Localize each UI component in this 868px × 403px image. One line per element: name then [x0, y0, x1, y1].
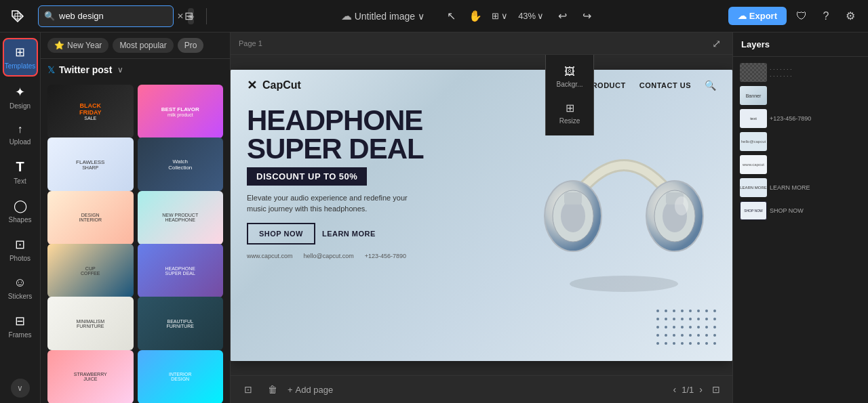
filter-button[interactable]: ⊟ — [179, 7, 198, 26]
canvas-toolbar: Page 1 ⤢ — [231, 33, 732, 55]
shield-icon[interactable]: 🛡 — [792, 7, 811, 26]
template-item[interactable]: BEST FLAVOR milk product — [138, 85, 224, 138]
help-icon[interactable]: ? — [816, 7, 835, 26]
layer-thumb: Banner — [740, 86, 767, 105]
banner-left: HEADPHONE SUPER DEAL DISCOUNT UP TO 50% … — [247, 106, 716, 259]
template-item[interactable]: HEADPHONESUPER DEAL — [138, 244, 224, 297]
app-logo[interactable] — [8, 7, 27, 26]
filter-tabs: ⭐ New Year → Most popular Pro — [41, 33, 230, 59]
settings-icon[interactable]: ⚙ — [841, 7, 860, 26]
resize-panel-item[interactable]: ⊞ Resize — [548, 96, 591, 130]
export-cloud-icon: ☁ — [738, 11, 747, 21]
discount-box: DISCOUNT UP TO 50% — [247, 167, 367, 186]
banner-contact: www.capcut.com hello@capcut.com +123-456… — [247, 253, 716, 259]
stickers-label: Stickers — [8, 293, 33, 300]
shapes-label: Shapes — [9, 216, 32, 224]
sidebar-item-stickers[interactable]: ☺ Stickers — [3, 270, 38, 305]
sidebar-bottom: ∨ — [11, 379, 30, 398]
layer-thumb: SHOP NOW — [740, 201, 767, 220]
template-item[interactable]: BEAUTIFULFURNITURE — [138, 297, 224, 350]
learn-more-button[interactable]: LEARN MORE — [322, 223, 376, 245]
layer-thumb: LEARN MORE — [740, 178, 767, 197]
template-item[interactable]: CUPCOFFEE — [47, 244, 134, 297]
canvas-workspace[interactable]: 🖼 Backgr... ⊞ Resize ✕ CapCut — [231, 55, 732, 375]
sidebar-collapse-button[interactable]: ∨ — [11, 379, 30, 398]
background-panel-item[interactable]: 🖼 Backgr... — [548, 60, 591, 93]
template-item[interactable]: STRAWBERRYJUICE — [47, 350, 134, 403]
zoom-control[interactable]: 43% ∨ — [514, 8, 548, 24]
canvas-expand-button[interactable]: ⤢ — [708, 35, 724, 51]
canvas-trash-button[interactable]: 🗑 — [263, 380, 282, 399]
frame-tool-button[interactable]: ⊞ ∨ — [490, 6, 510, 26]
layer-item[interactable]: SHOP NOW SHOP NOW — [737, 199, 864, 222]
page-prev-button[interactable]: ‹ — [673, 384, 677, 395]
add-page-label: Add page — [296, 385, 334, 395]
shop-now-button[interactable]: SHOP NOW — [247, 223, 315, 245]
sidebar-item-design[interactable]: ✦ Design — [3, 79, 38, 115]
layer-item[interactable]: Banner — [737, 84, 864, 107]
sidebar-item-upload[interactable]: ↑ Upload — [3, 118, 38, 151]
photos-icon: ⊡ — [15, 237, 25, 252]
category-header[interactable]: 𝕏 Twitter post ∨ — [41, 59, 230, 81]
most-popular-label: Most popular — [119, 41, 166, 50]
float-panel: 🖼 Backgr... ⊞ Resize — [545, 55, 594, 135]
canvas-settings-button[interactable]: ⊡ — [239, 380, 258, 399]
select-tool-button[interactable]: ↖ — [441, 6, 461, 26]
fit-to-screen-button[interactable]: ⊡ — [708, 381, 724, 398]
shapes-icon: ◯ — [14, 198, 27, 213]
search-icon: 🔍 — [44, 11, 55, 21]
layers-header: Layers — [733, 33, 868, 57]
resize-icon: ⊞ — [566, 102, 574, 114]
template-item[interactable]: DESIGNINTERIOR — [47, 191, 134, 245]
redo-button[interactable]: ↪ — [576, 6, 597, 26]
frames-icon: ⊟ — [15, 314, 25, 328]
template-item[interactable]: BLACK FRIDAY SALE — [47, 85, 134, 138]
cloud-icon: ☁ — [341, 9, 352, 22]
sidebar-item-text[interactable]: T Text — [3, 154, 38, 190]
canvas-area: Page 1 ⤢ 🖼 Backgr... ⊞ Resize — [231, 33, 732, 403]
layer-thumb: www.capcut — [740, 155, 767, 174]
sidebar-item-frames[interactable]: ⊟ Frames — [3, 308, 38, 344]
nav-contact: CONTACT US — [639, 81, 691, 89]
add-page-button[interactable]: + Add page — [288, 385, 333, 395]
right-panel: Layers · · · · · · ·· · · · · · · Banner… — [732, 33, 868, 403]
layer-thumb — [740, 63, 767, 82]
search-input[interactable] — [59, 11, 173, 21]
template-item[interactable]: NEW PRODUCTHEADPHONE — [138, 191, 224, 245]
filter-tab-pro[interactable]: Pro — [178, 38, 204, 53]
layer-item[interactable]: text +123-456-7890 — [737, 107, 864, 130]
add-icon: + — [288, 385, 293, 395]
hand-tool-button[interactable]: ✋ — [465, 6, 486, 26]
template-item[interactable]: INTERIORDESIGN — [138, 350, 224, 403]
upload-icon: ↑ — [18, 123, 23, 135]
layer-item[interactable]: · · · · · · ·· · · · · · · — [737, 61, 864, 84]
sidebar-item-photos[interactable]: ⊡ Photos — [3, 232, 38, 268]
nav-search-icon: 🔍 — [705, 80, 716, 91]
new-year-star-icon: ⭐ — [54, 41, 64, 50]
banner-logo: ✕ CapCut — [247, 78, 301, 93]
filter-tab-new-year[interactable]: ⭐ New Year — [47, 38, 108, 53]
layer-label: SHOP NOW — [770, 207, 861, 214]
sidebar-item-templates[interactable]: ⊞ Templates — [3, 38, 38, 77]
template-item[interactable]: MINIMALISMFURNITURE — [47, 297, 134, 350]
filter-tab-most-popular[interactable]: Most popular — [113, 38, 173, 53]
template-item[interactable]: FLAWLESS SHARP — [47, 137, 134, 191]
sidebar-item-shapes[interactable]: ◯ Shapes — [3, 193, 38, 229]
page-next-button[interactable]: › — [699, 384, 703, 395]
template-item[interactable]: WatchCollection — [138, 137, 224, 191]
svg-point-11 — [570, 276, 678, 292]
layer-item[interactable]: hello@capcut — [737, 130, 864, 153]
topbar: 🔍 ✕ ◈ ⊟ ☁ Untitled image ∨ ↖ ✋ ⊞ ∨ 43% ∨… — [0, 0, 868, 33]
contact-phone: +123-456-7890 — [365, 253, 406, 259]
design-canvas[interactable]: ✕ CapCut HOME PRODUCT CONTACT US 🔍 — [231, 70, 732, 361]
heading-line1: HEADPHONE — [247, 104, 422, 136]
layer-item[interactable]: www.capcut — [737, 153, 864, 176]
doc-title[interactable]: ☁ Untitled image ∨ — [341, 9, 425, 22]
export-button[interactable]: ☁ Export — [728, 7, 787, 25]
page-label: Page 1 — [239, 39, 262, 47]
contact-email: hello@capcut.com — [304, 253, 354, 259]
undo-button[interactable]: ↩ — [552, 6, 572, 26]
discount-text: DISCOUNT UP TO 50% — [256, 171, 357, 182]
layer-item[interactable]: LEARN MORE LEARN MORE — [737, 176, 864, 199]
banner-description: Elevate your audio experience and redefi… — [247, 192, 423, 215]
